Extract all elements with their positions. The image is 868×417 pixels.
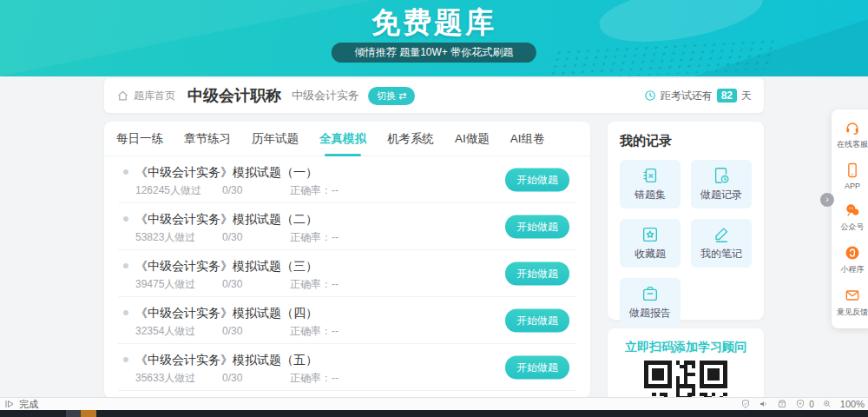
tab-computer-exam-system[interactable]: 机考系统 xyxy=(387,122,434,156)
my-notes-icon xyxy=(712,225,731,244)
start-exam-button[interactable]: 开始做题 xyxy=(505,261,569,285)
mail-icon xyxy=(844,287,861,304)
browser-statusbar: 完成 0 100% xyxy=(0,397,868,410)
breadcrumb: 题库首页 中级会计职称 中级会计实务 切换⇄ 距考试还有 82 天 xyxy=(104,78,764,113)
start-exam-button[interactable]: 开始做题 xyxy=(505,168,569,191)
start-exam-button[interactable]: 开始做题 xyxy=(505,215,569,238)
record-label: 做题记录 xyxy=(700,188,742,202)
taskbar-item-active[interactable] xyxy=(81,410,96,417)
exam-accuracy: 正确率：-- xyxy=(290,371,339,385)
qr-title: 立即扫码添加学习顾问 xyxy=(608,340,764,355)
bullet-icon xyxy=(123,169,128,175)
favorite-questions-icon xyxy=(641,225,660,244)
exam-done-count: 126245人做过 xyxy=(135,183,222,197)
wechat-official-item[interactable]: 公众号 xyxy=(832,196,868,239)
statusbar-left: 完成 xyxy=(4,398,38,411)
exam-progress: 0/30 xyxy=(222,324,290,338)
zoom-icon[interactable] xyxy=(822,399,832,409)
practice-report-tile[interactable]: 做题报告 xyxy=(620,278,681,327)
wrong-question-book-icon xyxy=(641,166,660,185)
favorite-questions-tile[interactable]: 收藏题 xyxy=(620,219,681,268)
security-check-icon[interactable] xyxy=(740,399,751,409)
exam-progress: 0/30 xyxy=(222,371,290,385)
tool-label: 在线客服 xyxy=(837,139,868,150)
tab-daily-practice[interactable]: 每日一练 xyxy=(116,122,163,156)
tool-label: 意见反馈 xyxy=(837,307,868,318)
exam-countdown: 距考试还有 82 天 xyxy=(644,89,752,103)
zoom-level[interactable]: 100% xyxy=(840,399,865,409)
tool-label: 小程序 xyxy=(841,264,865,275)
shield-count: 0 xyxy=(809,400,814,409)
exam-accuracy: 正确率：-- xyxy=(290,183,339,197)
toolbar-collapse-handle[interactable]: › xyxy=(820,193,834,207)
my-records-panel: 我的记录 错题集 做题记录 收藏题 xyxy=(608,122,764,320)
records-grid: 错题集 做题记录 收藏题 我的笔记 xyxy=(620,160,752,327)
exam-list-item: 《中级会计实务》模拟试题（二） 53823人做过 0/30 正确率：-- 开始做… xyxy=(118,203,576,250)
hero-banner: 免费题库 倾情推荐 题量10W+ 带你花式刷题 xyxy=(0,0,868,76)
switch-subject-button[interactable]: 切换⇄ xyxy=(368,87,415,105)
tab-ai-paper[interactable]: AI组卷 xyxy=(510,122,545,156)
feedback-item[interactable]: 意见反馈 xyxy=(832,281,868,324)
record-label: 错题集 xyxy=(635,188,666,202)
exam-title[interactable]: 《中级会计实务》模拟试题（一） xyxy=(135,164,318,180)
exam-accuracy: 正确率：-- xyxy=(290,277,339,291)
exam-accuracy: 正确率：-- xyxy=(290,324,339,338)
my-records-title: 我的记录 xyxy=(620,133,752,149)
practice-record-tile[interactable]: 做题记录 xyxy=(691,160,752,208)
swap-icon: ⇄ xyxy=(398,90,406,102)
start-exam-button[interactable]: 开始做题 xyxy=(505,308,569,332)
app-download-item[interactable]: APP xyxy=(832,156,868,196)
practice-report-icon xyxy=(641,284,660,303)
record-label: 做题报告 xyxy=(629,306,671,321)
phone-icon xyxy=(844,162,861,179)
bullet-icon xyxy=(123,357,128,362)
tab-ai-practice[interactable]: AI做题 xyxy=(455,122,490,156)
exam-done-count: 53823人做过 xyxy=(135,230,222,244)
countdown-suffix: 天 xyxy=(741,89,752,103)
qr-code xyxy=(644,361,727,397)
exam-progress: 0/30 xyxy=(222,230,290,244)
breadcrumb-home-link[interactable]: 题库首页 xyxy=(134,89,175,103)
exam-accuracy: 正确率：-- xyxy=(290,230,339,244)
bullet-icon xyxy=(123,310,128,315)
miniprogram-item[interactable]: 小程序 xyxy=(832,239,868,281)
tab-past-papers[interactable]: 历年试题 xyxy=(252,122,299,156)
tab-chapter-practice[interactable]: 章节练习 xyxy=(184,122,231,156)
tab-bar: 每日一练 章节练习 历年试题 全真模拟 机考系统 AI做题 AI组卷 xyxy=(104,122,590,156)
bullet-icon xyxy=(123,216,128,222)
countdown-prefix: 距考试还有 xyxy=(661,89,713,103)
online-service-item[interactable]: 在线客服 xyxy=(832,114,868,156)
page: 免费题库 倾情推荐 题量10W+ 带你花式刷题 题库首页 中级会计职称 中级会计… xyxy=(0,0,868,417)
exam-done-count: 32354人做过 xyxy=(135,324,222,338)
speaker-icon[interactable] xyxy=(759,399,769,409)
taskbar-item[interactable] xyxy=(66,410,81,417)
practice-record-icon xyxy=(712,166,731,185)
page-status-text: 完成 xyxy=(19,398,38,411)
clock-icon xyxy=(644,89,656,102)
exam-title[interactable]: 《中级会计实务》模拟试题（三） xyxy=(135,258,318,274)
exam-done-count: 35633人做过 xyxy=(135,371,222,385)
exam-list-item: 《中级会计实务》模拟试题（五） 35633人做过 0/30 正确率：-- 开始做… xyxy=(118,344,576,391)
subject-label: 中级会计实务 xyxy=(292,88,359,103)
qr-promo-card: 立即扫码添加学习顾问 xyxy=(608,328,764,397)
miniprogram-icon xyxy=(844,244,861,261)
tool-label: 公众号 xyxy=(841,222,865,233)
shield-icon[interactable] xyxy=(795,399,806,409)
start-exam-button[interactable]: 开始做题 xyxy=(505,355,569,379)
my-notes-tile[interactable]: 我的笔记 xyxy=(691,219,752,268)
exam-progress: 0/30 xyxy=(222,277,290,291)
home-icon xyxy=(116,89,129,103)
countdown-days-badge: 82 xyxy=(717,89,737,103)
os-taskbar-strip xyxy=(0,410,868,417)
tab-mock-exams[interactable]: 全真模拟 xyxy=(319,122,366,156)
exam-list-item: 《中级会计实务》模拟试题（一） 126245人做过 0/30 正确率：-- 开始… xyxy=(118,156,576,203)
exam-title[interactable]: 《中级会计实务》模拟试题（二） xyxy=(135,211,318,227)
wrong-question-book-tile[interactable]: 错题集 xyxy=(620,160,681,208)
switch-label: 切换 xyxy=(377,89,396,103)
exam-list-item: 《中级会计实务》模拟试题（四） 32354人做过 0/30 正确率：-- 开始做… xyxy=(118,297,576,344)
exam-title[interactable]: 《中级会计实务》模拟试题（四） xyxy=(135,305,318,321)
contact-toolbar: › 在线客服 APP 公众号 xyxy=(832,109,868,328)
exam-title[interactable]: 《中级会计实务》模拟试题（五） xyxy=(135,352,318,367)
tool-label: APP xyxy=(845,182,860,190)
package-icon[interactable] xyxy=(777,399,787,409)
